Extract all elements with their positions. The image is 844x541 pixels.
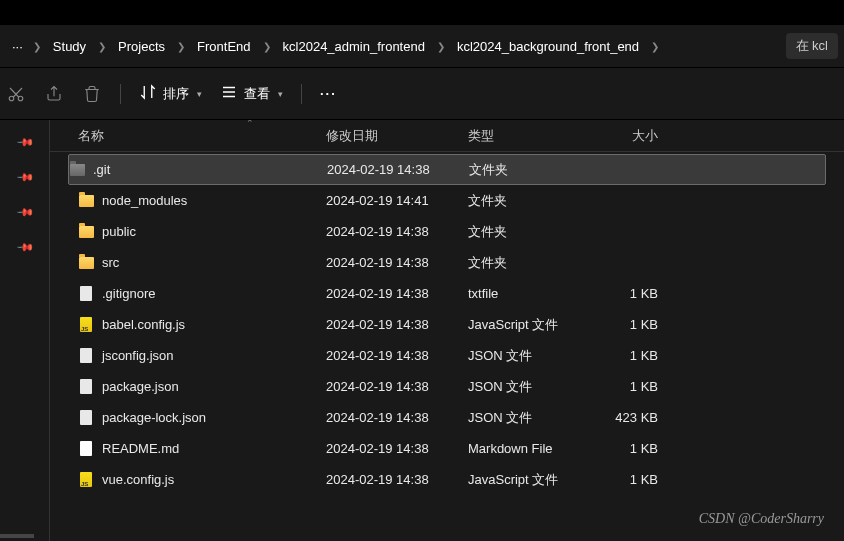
file-size: 1 KB (588, 379, 658, 394)
file-type: 文件夹 (468, 223, 588, 241)
chevron-right-icon: ❯ (437, 41, 445, 52)
file-name: jsconfig.json (102, 348, 174, 363)
file-type: JavaScript 文件 (468, 316, 588, 334)
file-size: 1 KB (588, 317, 658, 332)
breadcrumb-ellipsis[interactable]: ··· (6, 35, 29, 58)
file-type: txtfile (468, 286, 588, 301)
file-date: 2024-02-19 14:38 (326, 348, 468, 363)
folder-icon (78, 193, 94, 209)
folder-icon (78, 224, 94, 240)
file-type: 文件夹 (469, 161, 589, 179)
folder-icon (78, 255, 94, 271)
view-label: 查看 (244, 85, 270, 103)
file-row[interactable]: package.json2024-02-19 14:38JSON 文件1 KB (50, 371, 844, 402)
sort-button[interactable]: 排序 ▾ (139, 83, 202, 104)
file-date: 2024-02-19 14:38 (326, 224, 468, 239)
file-row[interactable]: node_modules2024-02-19 14:41文件夹 (50, 185, 844, 216)
breadcrumb-item[interactable]: kcl2024_background_front_end (449, 35, 647, 58)
file-row[interactable]: .git2024-02-19 14:38文件夹 (68, 154, 826, 185)
file-name: .gitignore (102, 286, 155, 301)
breadcrumb-item[interactable]: Projects (110, 35, 173, 58)
chevron-right-icon: ❯ (263, 41, 271, 52)
file-row[interactable]: package-lock.json2024-02-19 14:38JSON 文件… (50, 402, 844, 433)
file-size: 1 KB (588, 286, 658, 301)
file-type: JSON 文件 (468, 378, 588, 396)
md-file-icon (78, 441, 94, 457)
pin-icon[interactable]: 📌 (15, 133, 34, 152)
file-date: 2024-02-19 14:38 (327, 162, 469, 177)
js-file-icon (78, 472, 94, 488)
view-button[interactable]: 查看 ▾ (220, 83, 283, 104)
file-type: 文件夹 (468, 254, 588, 272)
file-list: ⌃ 名称 修改日期 类型 大小 .git2024-02-19 14:38文件夹n… (50, 120, 844, 541)
file-name: src (102, 255, 119, 270)
file-date: 2024-02-19 14:38 (326, 286, 468, 301)
file-row[interactable]: src2024-02-19 14:38文件夹 (50, 247, 844, 278)
main-area: 📌 📌 📌 📌 ⌃ 名称 修改日期 类型 大小 .git2024-02-19 1… (0, 120, 844, 541)
file-icon (78, 348, 94, 364)
more-button[interactable]: ··· (320, 86, 337, 101)
file-date: 2024-02-19 14:38 (326, 472, 468, 487)
breadcrumb-item[interactable]: FrontEnd (189, 35, 258, 58)
column-header-size[interactable]: 大小 (588, 127, 658, 145)
file-type: JavaScript 文件 (468, 471, 588, 489)
search-input[interactable]: 在 kcl (786, 33, 839, 59)
file-date: 2024-02-19 14:38 (326, 441, 468, 456)
file-row[interactable]: jsconfig.json2024-02-19 14:38JSON 文件1 KB (50, 340, 844, 371)
js-file-icon (78, 317, 94, 333)
file-row[interactable]: babel.config.js2024-02-19 14:38JavaScrip… (50, 309, 844, 340)
file-row[interactable]: vue.config.js2024-02-19 14:38JavaScript … (50, 464, 844, 495)
breadcrumb-item[interactable]: Study (45, 35, 94, 58)
file-type: JSON 文件 (468, 347, 588, 365)
file-date: 2024-02-19 14:38 (326, 255, 468, 270)
watermark: CSDN @CoderSharry (699, 511, 824, 527)
file-type: 文件夹 (468, 192, 588, 210)
column-header-date[interactable]: 修改日期 (326, 127, 468, 145)
file-name: node_modules (102, 193, 187, 208)
file-row[interactable]: .gitignore2024-02-19 14:38txtfile1 KB (50, 278, 844, 309)
file-name: README.md (102, 441, 179, 456)
sidebar: 📌 📌 📌 📌 (0, 120, 50, 541)
svg-point-0 (9, 96, 14, 101)
file-name: babel.config.js (102, 317, 185, 332)
file-date: 2024-02-19 14:41 (326, 193, 468, 208)
file-name: public (102, 224, 136, 239)
pin-icon[interactable]: 📌 (15, 203, 34, 222)
file-size: 423 KB (588, 410, 658, 425)
folder-icon (69, 162, 85, 178)
file-row[interactable]: public2024-02-19 14:38文件夹 (50, 216, 844, 247)
divider (301, 84, 302, 104)
cut-icon[interactable] (6, 84, 26, 104)
chevron-right-icon: ❯ (33, 41, 41, 52)
column-headers: ⌃ 名称 修改日期 类型 大小 (50, 120, 844, 152)
breadcrumb-item[interactable]: kcl2024_admin_frontend (275, 35, 433, 58)
bottom-accent (0, 534, 34, 538)
titlebar (0, 0, 844, 25)
file-date: 2024-02-19 14:38 (326, 379, 468, 394)
toolbar: 排序 ▾ 查看 ▾ ··· (0, 68, 844, 120)
file-type: JSON 文件 (468, 409, 588, 427)
file-row[interactable]: README.md2024-02-19 14:38Markdown File1 … (50, 433, 844, 464)
chevron-down-icon: ▾ (278, 89, 283, 99)
sort-icon (139, 83, 157, 104)
file-size: 1 KB (588, 348, 658, 363)
delete-icon[interactable] (82, 84, 102, 104)
file-rows: .git2024-02-19 14:38文件夹node_modules2024-… (50, 152, 844, 495)
share-icon[interactable] (44, 84, 64, 104)
file-type: Markdown File (468, 441, 588, 456)
pin-icon[interactable]: 📌 (15, 238, 34, 257)
chevron-right-icon: ❯ (651, 41, 659, 52)
file-name: package.json (102, 379, 179, 394)
file-size: 1 KB (588, 472, 658, 487)
sort-indicator-icon: ⌃ (246, 120, 254, 128)
file-date: 2024-02-19 14:38 (326, 317, 468, 332)
sort-label: 排序 (163, 85, 189, 103)
pin-icon[interactable]: 📌 (15, 168, 34, 187)
breadcrumb: ··· ❯ Study ❯ Projects ❯ FrontEnd ❯ kcl2… (0, 25, 844, 68)
column-header-type[interactable]: 类型 (468, 127, 588, 145)
divider (120, 84, 121, 104)
chevron-down-icon: ▾ (197, 89, 202, 99)
column-header-name[interactable]: 名称 (68, 127, 326, 145)
file-icon (78, 379, 94, 395)
chevron-right-icon: ❯ (98, 41, 106, 52)
